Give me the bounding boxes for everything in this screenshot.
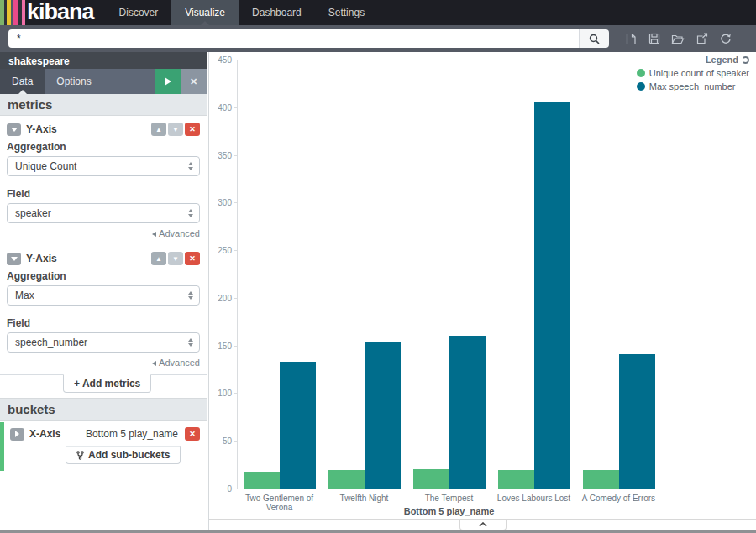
metric-2-field-label: Field bbox=[7, 317, 200, 329]
y-tick-label: 50 bbox=[207, 436, 232, 446]
bucket-group: X-Axis Bottom 5 play_name ✕ Add sub-buck… bbox=[0, 421, 207, 471]
caret-left-icon bbox=[152, 361, 156, 366]
nav-tab-settings[interactable]: Settings bbox=[315, 0, 378, 25]
buckets-section-header: buckets bbox=[0, 398, 207, 421]
y-tick-label: 0 bbox=[207, 484, 232, 494]
brand-logo: kibana bbox=[25, 0, 106, 25]
query-toolbar bbox=[0, 25, 756, 52]
metric-group-1: Y-Axis ▲ ▼ ✕ Aggregation Unique Count Fi… bbox=[0, 116, 207, 238]
metric-1-field-label: Field bbox=[7, 188, 200, 200]
bar-max-speech-number[interactable] bbox=[534, 102, 570, 489]
caret-left-icon bbox=[152, 232, 156, 237]
select-caret-icon bbox=[188, 338, 193, 347]
new-document-icon[interactable] bbox=[622, 29, 640, 48]
sidebar-tabbar: Data Options ✕ bbox=[0, 69, 207, 94]
bar-unique-count-of-speaker[interactable] bbox=[328, 470, 365, 489]
metric-2-advanced-link[interactable]: Advanced bbox=[7, 358, 200, 368]
collapse-metric-1-button[interactable] bbox=[7, 123, 21, 136]
metric-2-aggregation-select[interactable]: Max bbox=[7, 285, 200, 306]
chevron-down-icon bbox=[11, 257, 18, 261]
metric-1-field-value: speaker bbox=[15, 207, 51, 219]
fork-icon bbox=[76, 451, 84, 460]
move-metric-2-up-button[interactable]: ▲ bbox=[151, 252, 166, 265]
metric-1-aggregation-label: Aggregation bbox=[7, 141, 200, 153]
legend-item[interactable]: Max speech_number bbox=[637, 81, 749, 91]
legend-header[interactable]: Legend bbox=[637, 55, 749, 65]
window-bottom-strip bbox=[0, 530, 756, 533]
bar-group bbox=[576, 60, 661, 489]
select-caret-icon bbox=[188, 209, 193, 217]
bar-unique-count-of-speaker[interactable] bbox=[498, 470, 534, 489]
bar-unique-count-of-speaker[interactable] bbox=[583, 470, 619, 489]
export-icon[interactable] bbox=[693, 29, 711, 48]
y-tick-label: 250 bbox=[207, 246, 232, 255]
search-input[interactable] bbox=[8, 29, 579, 48]
legend-toggle-icon bbox=[742, 56, 749, 64]
metrics-section-header: metrics bbox=[0, 94, 207, 116]
bar-group bbox=[238, 60, 323, 489]
bucket-title: X-Axis bbox=[29, 428, 60, 440]
bar-max-speech-number[interactable] bbox=[280, 362, 316, 489]
bar-group bbox=[407, 60, 492, 489]
bar-max-speech-number[interactable] bbox=[449, 336, 486, 489]
legend-color-dot bbox=[637, 69, 645, 77]
bar-max-speech-number[interactable] bbox=[365, 342, 401, 489]
expand-bucket-button[interactable] bbox=[10, 428, 24, 441]
metric-1-advanced-link[interactable]: Advanced bbox=[7, 228, 200, 238]
nav-tab-visualize[interactable]: Visualize bbox=[171, 0, 239, 25]
move-metric-1-up-button[interactable]: ▲ bbox=[151, 123, 166, 136]
bar-max-speech-number[interactable] bbox=[619, 354, 655, 489]
bar-unique-count-of-speaker[interactable] bbox=[413, 469, 449, 489]
metric-group-2: Y-Axis ▲ ▼ ✕ Aggregation Max Field speec… bbox=[0, 245, 207, 368]
move-metric-1-down-button[interactable]: ▼ bbox=[168, 123, 183, 136]
refresh-icon[interactable] bbox=[717, 29, 735, 48]
select-caret-icon bbox=[188, 291, 193, 300]
add-subbuckets-button[interactable]: Add sub-buckets bbox=[66, 446, 181, 464]
index-pattern-title: shakespeare bbox=[0, 52, 207, 69]
y-tick-label: 350 bbox=[207, 151, 232, 160]
legend-color-dot bbox=[637, 82, 645, 91]
add-metrics-button[interactable]: + Add metrics bbox=[63, 374, 151, 393]
main-nav-tabs: Discover Visualize Dashboard Settings bbox=[106, 0, 379, 25]
bar-unique-count-of-speaker[interactable] bbox=[244, 472, 280, 489]
visualization-canvas: Legend Unique count of speakerMax speech… bbox=[208, 52, 756, 530]
y-tick-label: 450 bbox=[207, 55, 232, 65]
search-icon bbox=[589, 34, 600, 44]
tab-options[interactable]: Options bbox=[45, 69, 102, 94]
y-tick-label: 150 bbox=[207, 342, 232, 351]
legend-item[interactable]: Unique count of speaker bbox=[637, 68, 749, 78]
metric-1-aggregation-select[interactable]: Unique Count bbox=[7, 156, 200, 176]
metric-2-title: Y-Axis bbox=[26, 253, 150, 264]
metric-2-aggregation-label: Aggregation bbox=[7, 270, 200, 282]
discard-changes-button[interactable]: ✕ bbox=[181, 69, 207, 94]
collapse-metric-2-button[interactable] bbox=[7, 253, 21, 265]
metric-2-field-select[interactable]: speech_number bbox=[7, 332, 200, 353]
move-metric-2-down-button[interactable]: ▼ bbox=[168, 252, 183, 265]
y-tick-label: 100 bbox=[207, 389, 232, 398]
bucket-color-stripe bbox=[0, 422, 4, 471]
remove-metric-1-button[interactable]: ✕ bbox=[185, 123, 200, 136]
legend-title: Legend bbox=[706, 55, 738, 65]
add-metrics-row: + Add metrics bbox=[0, 374, 207, 393]
legend-label: Max speech_number bbox=[649, 81, 736, 91]
y-tick-label: 400 bbox=[207, 103, 232, 112]
chevron-right-icon bbox=[15, 431, 19, 437]
remove-bucket-button[interactable]: ✕ bbox=[185, 427, 200, 441]
search-button[interactable] bbox=[579, 29, 609, 48]
metric-2-field-value: speech_number bbox=[15, 337, 87, 348]
metric-1-field-select[interactable]: speaker bbox=[7, 203, 200, 223]
spy-panel-bar bbox=[209, 519, 756, 530]
nav-tab-dashboard[interactable]: Dashboard bbox=[239, 0, 315, 25]
remove-metric-2-button[interactable]: ✕ bbox=[185, 252, 200, 265]
nav-tab-discover[interactable]: Discover bbox=[106, 0, 172, 25]
save-icon[interactable] bbox=[645, 29, 664, 48]
chevron-down-icon bbox=[11, 128, 18, 132]
plot-area: 050100150200250300350400450 bbox=[237, 60, 661, 489]
apply-changes-button[interactable] bbox=[155, 69, 181, 94]
metric-1-title: Y-Axis bbox=[26, 123, 150, 135]
bucket-summary: Bottom 5 play_name bbox=[67, 428, 178, 440]
tab-data[interactable]: Data bbox=[0, 69, 45, 94]
open-folder-icon[interactable] bbox=[669, 29, 687, 48]
kibana-logo-stripes bbox=[0, 0, 25, 25]
bar-group bbox=[323, 60, 407, 489]
